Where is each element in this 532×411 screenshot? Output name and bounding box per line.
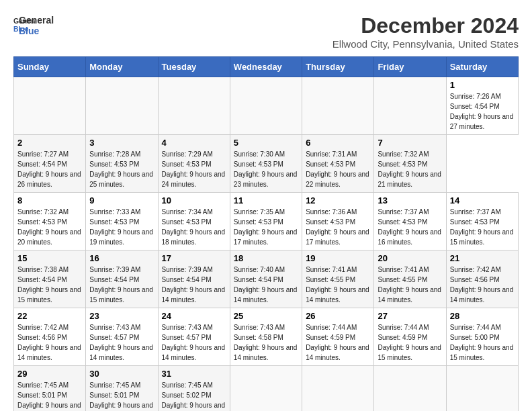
- day-info: Sunrise: 7:29 AMSunset: 4:53 PMDaylight:…: [162, 149, 226, 189]
- day-number: 1: [450, 80, 515, 90]
- empty-cell: [158, 77, 230, 135]
- day-cell-26: 26Sunrise: 7:44 AMSunset: 4:59 PMDayligh…: [302, 308, 374, 366]
- day-number: 24: [162, 311, 226, 321]
- logo-blue: Blue: [19, 26, 54, 36]
- day-cell-10: 10Sunrise: 7:34 AMSunset: 4:53 PMDayligh…: [158, 193, 230, 250]
- day-number: 17: [162, 253, 226, 263]
- day-info: Sunrise: 7:41 AMSunset: 4:55 PMDaylight:…: [378, 265, 442, 305]
- day-cell-20: 20Sunrise: 7:41 AMSunset: 4:55 PMDayligh…: [374, 250, 446, 308]
- day-info: Sunrise: 7:37 AMSunset: 4:53 PMDaylight:…: [450, 207, 515, 247]
- day-number: 16: [89, 253, 154, 263]
- day-info: Sunrise: 7:27 AMSunset: 4:54 PMDaylight:…: [17, 149, 82, 189]
- day-header-sunday: Sunday: [14, 57, 86, 77]
- day-number: 25: [234, 311, 298, 321]
- day-number: 31: [162, 369, 226, 379]
- page-container: General Blue General Blue December 2024 …: [13, 13, 519, 411]
- empty-cell: [374, 366, 446, 412]
- day-header-thursday: Thursday: [302, 57, 374, 77]
- day-number: 28: [450, 311, 515, 321]
- day-info: Sunrise: 7:32 AMSunset: 4:53 PMDaylight:…: [378, 149, 442, 189]
- empty-cell: [446, 366, 518, 412]
- day-number: 5: [234, 138, 298, 148]
- day-cell-31: 31Sunrise: 7:45 AMSunset: 5:02 PMDayligh…: [158, 366, 230, 412]
- day-number: 30: [89, 369, 154, 379]
- day-info: Sunrise: 7:38 AMSunset: 4:54 PMDaylight:…: [17, 265, 82, 305]
- empty-cell: [14, 77, 86, 135]
- day-cell-13: 13Sunrise: 7:37 AMSunset: 4:53 PMDayligh…: [374, 193, 446, 250]
- day-cell-29: 29Sunrise: 7:45 AMSunset: 5:01 PMDayligh…: [14, 366, 86, 412]
- day-info: Sunrise: 7:31 AMSunset: 4:53 PMDaylight:…: [306, 149, 370, 189]
- calendar-week-5: 22Sunrise: 7:42 AMSunset: 4:56 PMDayligh…: [14, 308, 519, 366]
- day-info: Sunrise: 7:43 AMSunset: 4:57 PMDaylight:…: [89, 322, 154, 363]
- day-cell-4: 4Sunrise: 7:29 AMSunset: 4:53 PMDaylight…: [158, 135, 230, 193]
- day-cell-28: 28Sunrise: 7:44 AMSunset: 5:00 PMDayligh…: [446, 308, 518, 366]
- empty-cell: [230, 366, 302, 412]
- location-title: Ellwood City, Pennsylvania, United State…: [332, 38, 519, 50]
- day-cell-30: 30Sunrise: 7:45 AMSunset: 5:01 PMDayligh…: [86, 366, 158, 412]
- day-number: 20: [378, 253, 442, 263]
- logo: General Blue General Blue: [13, 13, 54, 36]
- empty-cell: [302, 366, 374, 412]
- day-info: Sunrise: 7:34 AMSunset: 4:53 PMDaylight:…: [162, 207, 226, 247]
- empty-cell: [230, 77, 302, 135]
- day-header-tuesday: Tuesday: [158, 57, 230, 77]
- day-header-wednesday: Wednesday: [230, 57, 302, 77]
- day-cell-12: 12Sunrise: 7:36 AMSunset: 4:53 PMDayligh…: [302, 193, 374, 250]
- day-number: 27: [378, 311, 442, 321]
- month-title: December 2024: [332, 13, 519, 38]
- day-info: Sunrise: 7:37 AMSunset: 4:53 PMDaylight:…: [378, 207, 442, 247]
- day-number: 26: [306, 311, 370, 321]
- day-cell-18: 18Sunrise: 7:40 AMSunset: 4:54 PMDayligh…: [230, 250, 302, 308]
- day-header-friday: Friday: [374, 57, 446, 77]
- day-info: Sunrise: 7:42 AMSunset: 4:56 PMDaylight:…: [17, 322, 82, 363]
- day-info: Sunrise: 7:26 AMSunset: 4:54 PMDaylight:…: [450, 91, 515, 132]
- day-header-monday: Monday: [86, 57, 158, 77]
- title-section: December 2024 Ellwood City, Pennsylvania…: [332, 13, 519, 50]
- day-info: Sunrise: 7:45 AMSunset: 5:01 PMDaylight:…: [89, 380, 154, 411]
- day-cell-25: 25Sunrise: 7:43 AMSunset: 4:58 PMDayligh…: [230, 308, 302, 366]
- day-header-saturday: Saturday: [446, 57, 518, 77]
- day-cell-6: 6Sunrise: 7:31 AMSunset: 4:53 PMDaylight…: [302, 135, 374, 193]
- day-info: Sunrise: 7:40 AMSunset: 4:54 PMDaylight:…: [234, 265, 298, 305]
- day-info: Sunrise: 7:35 AMSunset: 4:53 PMDaylight:…: [234, 207, 298, 247]
- calendar-week-6: 29Sunrise: 7:45 AMSunset: 5:01 PMDayligh…: [14, 366, 519, 412]
- day-number: 3: [89, 138, 154, 148]
- day-cell-17: 17Sunrise: 7:39 AMSunset: 4:54 PMDayligh…: [158, 250, 230, 308]
- day-info: Sunrise: 7:44 AMSunset: 4:59 PMDaylight:…: [378, 322, 442, 363]
- day-info: Sunrise: 7:42 AMSunset: 4:56 PMDaylight:…: [450, 265, 515, 305]
- day-info: Sunrise: 7:44 AMSunset: 5:00 PMDaylight:…: [450, 322, 515, 363]
- day-cell-5: 5Sunrise: 7:30 AMSunset: 4:53 PMDaylight…: [230, 135, 302, 193]
- day-info: Sunrise: 7:39 AMSunset: 4:54 PMDaylight:…: [89, 265, 154, 305]
- day-number: 6: [306, 138, 370, 148]
- day-cell-11: 11Sunrise: 7:35 AMSunset: 4:53 PMDayligh…: [230, 193, 302, 250]
- day-cell-3: 3Sunrise: 7:28 AMSunset: 4:53 PMDaylight…: [86, 135, 158, 193]
- day-number: 14: [450, 195, 515, 205]
- calendar-week-2: 2Sunrise: 7:27 AMSunset: 4:54 PMDaylight…: [14, 135, 519, 193]
- empty-cell: [302, 77, 374, 135]
- day-info: Sunrise: 7:41 AMSunset: 4:55 PMDaylight:…: [306, 265, 370, 305]
- day-info: Sunrise: 7:44 AMSunset: 4:59 PMDaylight:…: [306, 322, 370, 363]
- day-number: 19: [306, 253, 370, 263]
- day-number: 12: [306, 195, 370, 205]
- empty-cell: [374, 77, 446, 135]
- day-number: 4: [162, 138, 226, 148]
- day-number: 23: [89, 311, 154, 321]
- day-number: 10: [162, 195, 226, 205]
- empty-cell: [86, 77, 158, 135]
- calendar-week-3: 8Sunrise: 7:32 AMSunset: 4:53 PMDaylight…: [14, 193, 519, 250]
- day-cell-1: 1Sunrise: 7:26 AMSunset: 4:54 PMDaylight…: [446, 77, 518, 135]
- day-cell-14: 14Sunrise: 7:37 AMSunset: 4:53 PMDayligh…: [446, 193, 518, 250]
- day-number: 29: [17, 369, 82, 379]
- day-cell-27: 27Sunrise: 7:44 AMSunset: 4:59 PMDayligh…: [374, 308, 446, 366]
- day-cell-16: 16Sunrise: 7:39 AMSunset: 4:54 PMDayligh…: [86, 250, 158, 308]
- day-cell-23: 23Sunrise: 7:43 AMSunset: 4:57 PMDayligh…: [86, 308, 158, 366]
- day-number: 13: [378, 195, 442, 205]
- calendar-week-4: 15Sunrise: 7:38 AMSunset: 4:54 PMDayligh…: [14, 250, 519, 308]
- day-cell-2: 2Sunrise: 7:27 AMSunset: 4:54 PMDaylight…: [14, 135, 86, 193]
- logo-text: General: [19, 15, 54, 26]
- day-number: 9: [89, 195, 154, 205]
- day-info: Sunrise: 7:39 AMSunset: 4:54 PMDaylight:…: [162, 265, 226, 305]
- day-number: 8: [17, 195, 82, 205]
- day-number: 15: [17, 253, 82, 263]
- day-number: 22: [17, 311, 82, 321]
